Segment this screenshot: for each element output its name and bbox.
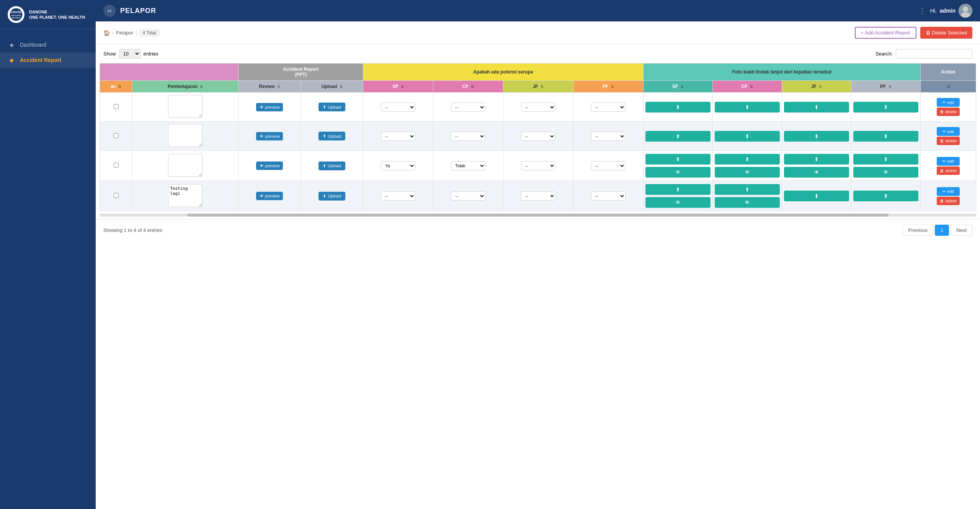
next-button[interactable]: Next xyxy=(951,225,972,236)
sf2-preview-button[interactable]: 👁 xyxy=(645,197,710,208)
delete-button[interactable]: 🗑 delete xyxy=(937,197,960,205)
sf2-upload-button[interactable]: ⬆ xyxy=(645,184,710,195)
pembelajaran-cell: Testing lagi xyxy=(132,181,238,211)
checkbox-cell xyxy=(100,181,132,211)
sf2-upload-button[interactable]: ⬆ xyxy=(645,131,710,142)
sf1-cell: --YaTidak xyxy=(363,93,433,122)
jf2-upload-button[interactable]: ⬆ xyxy=(784,131,849,142)
delete-button[interactable]: 🗑 delete xyxy=(937,108,960,116)
preview-button[interactable]: 👁 preview xyxy=(256,162,283,170)
eye-icon: 👁 xyxy=(260,163,264,168)
row-checkbox[interactable] xyxy=(114,193,119,198)
pf1-select[interactable]: --YaTidak xyxy=(591,103,626,112)
pf2-upload-button[interactable]: ⬆ xyxy=(853,131,918,142)
pembelajaran-cell xyxy=(132,151,238,181)
pembelajaran-textarea[interactable] xyxy=(168,124,203,147)
pf2-upload-button[interactable]: ⬆ xyxy=(853,191,918,201)
add-accident-report-button[interactable]: + Add Accident Report xyxy=(855,27,916,39)
pf1-select[interactable]: --YaTidak xyxy=(591,132,626,141)
edit-button[interactable]: ✏ edit xyxy=(937,98,960,107)
pf2-upload-button[interactable]: ⬆ xyxy=(853,154,918,165)
table-row: 👁 preview ⬆ Upload --YaTidak --Y xyxy=(100,93,976,122)
pf2-upload-button[interactable]: ⬆ xyxy=(853,102,918,113)
pf2-preview-button[interactable]: 👁 xyxy=(853,167,918,178)
page-1-button[interactable]: 1 xyxy=(935,225,949,236)
preview-button[interactable]: 👁 preview xyxy=(256,192,283,200)
sf1-select[interactable]: --YaTidak xyxy=(381,132,415,141)
pagination-bar: Showing 1 to 4 of 4 entries Previous 1 N… xyxy=(96,219,980,241)
delete-icon: 🗑 xyxy=(940,199,944,203)
sidebar-item-accident-report[interactable]: ◆ Accident Report xyxy=(0,52,96,68)
jf1-select[interactable]: --YaTidak xyxy=(521,191,555,201)
sidebar-toggle-button[interactable]: ‹‹ xyxy=(103,5,116,17)
cf1-select[interactable]: --YaTidak xyxy=(451,161,485,170)
sf2-preview-button[interactable]: 👁 xyxy=(645,167,710,178)
upload-button[interactable]: ⬆ Upload xyxy=(318,162,345,170)
sf2-upload-button[interactable]: ⬆ xyxy=(645,154,710,165)
jf2-upload-button[interactable]: ⬆ xyxy=(784,191,849,201)
cf2-preview-button[interactable]: 👁 xyxy=(715,167,780,178)
th-group-potensi: Apakah ada potensi serupa xyxy=(363,64,644,81)
horizontal-scrollbar[interactable] xyxy=(100,214,976,217)
avatar xyxy=(959,4,972,18)
sidebar-item-dashboard[interactable]: ◈ Dashboard xyxy=(0,37,96,52)
row-checkbox[interactable] xyxy=(114,163,119,168)
jf1-select[interactable]: --YaTidak xyxy=(521,161,555,170)
jf2-preview-button[interactable]: 👁 xyxy=(784,167,849,178)
delete-button[interactable]: 🗑 delete xyxy=(937,137,960,145)
cf1-select[interactable]: --YaTidak xyxy=(451,132,485,141)
previous-button[interactable]: Previous xyxy=(902,225,933,236)
cf2-upload-button[interactable]: ⬆ xyxy=(715,184,780,195)
sf1-select[interactable]: --YaTidak xyxy=(381,191,415,201)
cf1-cell: --YaTidak xyxy=(433,93,503,122)
cf2-upload-button[interactable]: ⬆ xyxy=(715,154,780,165)
cf2-preview-button[interactable]: 👁 xyxy=(715,197,780,208)
row-checkbox[interactable] xyxy=(114,104,119,109)
preview-button[interactable]: 👁 preview xyxy=(256,132,283,140)
upload-button[interactable]: ⬆ Upload xyxy=(318,132,345,140)
th-sub-sf1: SF ⇅ xyxy=(363,81,433,93)
home-icon[interactable]: 🏠 xyxy=(103,30,110,36)
th-sub-sf2: SF ⇅ xyxy=(643,81,712,93)
entries-select[interactable]: 10 25 50 100 xyxy=(119,49,140,59)
jf1-select[interactable]: --YaTidak xyxy=(521,132,555,141)
upload-button[interactable]: ⬆ Upload xyxy=(318,103,345,111)
edit-button[interactable]: ✏ edit xyxy=(937,127,960,136)
sf2-upload-button[interactable]: ⬆ xyxy=(645,102,710,113)
eye-icon: 👁 xyxy=(260,105,264,109)
pembelajaran-textarea[interactable] xyxy=(168,95,203,118)
jf2-upload-button[interactable]: ⬆ xyxy=(784,154,849,165)
cf1-cell: --YaTidak xyxy=(433,122,503,151)
sidebar-item-label: Dashboard xyxy=(20,42,46,48)
upload-button[interactable]: ⬆ Upload xyxy=(318,192,345,201)
edit-button[interactable]: ✏ edit xyxy=(937,157,960,166)
edit-icon: ✏ xyxy=(942,159,946,164)
topbar-right: ⋮ Hi, admin xyxy=(919,4,972,18)
upload-icon: ⬆ xyxy=(323,194,326,199)
delete-button[interactable]: 🗑 delete xyxy=(937,166,960,175)
pf1-select[interactable]: --YaTidak xyxy=(591,161,626,170)
dots-icon[interactable]: ⋮ xyxy=(919,7,926,15)
scrollbar-thumb[interactable] xyxy=(187,214,889,217)
search-input[interactable] xyxy=(896,49,972,59)
cf1-select[interactable]: --YaTidak xyxy=(451,103,485,112)
jf2-upload-button[interactable]: ⬆ xyxy=(784,102,849,113)
cf2-upload-button[interactable]: ⬆ xyxy=(715,131,780,142)
pembelajaran-textarea[interactable]: Testing lagi xyxy=(168,184,203,207)
jf1-select[interactable]: --YaTidak xyxy=(521,103,555,112)
edit-icon: ✏ xyxy=(942,189,946,194)
th-group-accident-report: Accident Report(PPT) xyxy=(238,64,363,81)
upload-cell: ⬆ Upload xyxy=(301,93,363,122)
pf2-cell: ⬆ xyxy=(851,181,920,211)
delete-selected-button[interactable]: 🗑 Delete Selected xyxy=(920,27,972,39)
edit-button[interactable]: ✏ edit xyxy=(937,187,960,196)
pembelajaran-textarea[interactable] xyxy=(168,154,203,177)
cf2-upload-button[interactable]: ⬆ xyxy=(715,102,780,113)
preview-button[interactable]: 👁 preview xyxy=(256,103,283,111)
review-cell: 👁 preview xyxy=(238,122,301,151)
sf1-select[interactable]: --YaTidak xyxy=(381,103,415,112)
row-checkbox[interactable] xyxy=(114,133,119,138)
cf1-select[interactable]: --YaTidak xyxy=(451,191,485,201)
pf1-select[interactable]: --YaTidak xyxy=(591,191,626,201)
sf1-select[interactable]: --YaTidak xyxy=(381,161,415,170)
